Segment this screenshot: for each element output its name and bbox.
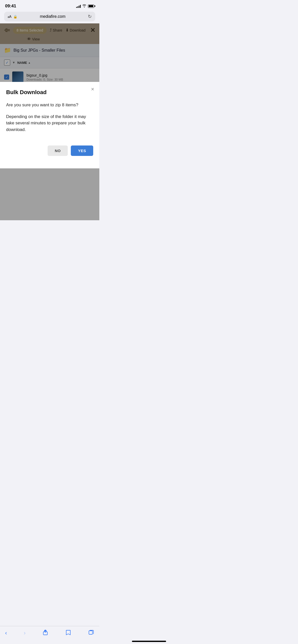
modal-actions: NO YES <box>6 145 93 156</box>
modal-title: Bulk Download <box>6 89 93 96</box>
bulk-download-modal: × Bulk Download Are you sure you want to… <box>0 82 99 168</box>
refresh-icon[interactable]: ↻ <box>88 14 92 19</box>
battery-icon <box>88 5 94 8</box>
status-bar: 09:41 <box>0 0 99 11</box>
address-url[interactable]: mediafire.com <box>19 14 86 19</box>
modal-description: Depending on the size of the folder it m… <box>6 113 93 133</box>
no-button[interactable]: NO <box>48 145 68 156</box>
lock-icon: 🔒 <box>13 15 17 19</box>
address-bar-container: aA 🔒 mediafire.com ↻ <box>0 11 99 23</box>
modal-body: Are you sure you want to zip 8 items? De… <box>6 102 93 133</box>
yes-button[interactable]: YES <box>71 145 93 156</box>
address-bar[interactable]: aA 🔒 mediafire.com ↻ <box>4 12 95 21</box>
signal-bars-icon <box>76 5 81 8</box>
status-icons <box>76 4 94 8</box>
status-time: 09:41 <box>5 4 16 9</box>
modal-close-button[interactable]: × <box>91 86 94 92</box>
wifi-icon <box>82 4 86 8</box>
modal-question: Are you sure you want to zip 8 items? <box>6 102 93 108</box>
address-aa-button[interactable]: aA <box>8 14 11 19</box>
